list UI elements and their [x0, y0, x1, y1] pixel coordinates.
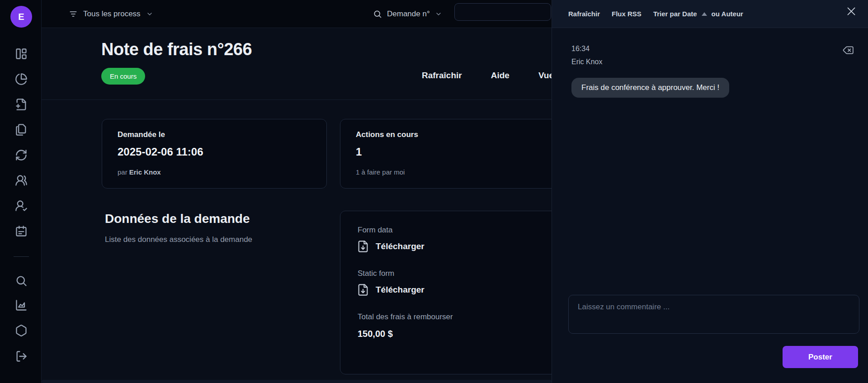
sync-icon	[15, 149, 28, 161]
help-button[interactable]: Aide	[491, 71, 509, 80]
avatar[interactable]: E	[10, 6, 32, 28]
form-group-label: Form data	[358, 226, 392, 235]
topbar: Tous les process Demande n°	[42, 0, 552, 28]
comment-bubble: Frais de conférence à approuver. Merci !	[571, 78, 729, 98]
view-button[interactable]: Vue	[538, 71, 552, 80]
sidebar: E	[0, 0, 42, 383]
file-plus-icon	[15, 98, 28, 111]
rss-feed-button[interactable]: Flux RSS	[612, 10, 642, 18]
close-panel-button[interactable]	[845, 5, 857, 17]
process-filter-label: Tous les process	[83, 9, 141, 19]
sidebar-item-integrations[interactable]	[15, 324, 28, 337]
download-link-label: Télécharger	[376, 285, 425, 295]
comments-panel: Rafraîchir Flux RSS Trier par Date ou Au…	[552, 0, 868, 383]
comment-author: Eric Knox	[571, 58, 602, 66]
user-check-icon	[15, 199, 28, 212]
files-icon	[15, 123, 28, 136]
sidebar-item-requests[interactable]	[15, 123, 28, 136]
actions-card: Actions en cours 1 1 à faire par moi	[340, 119, 552, 189]
search-input[interactable]	[454, 3, 551, 21]
status-badge: En cours	[101, 68, 145, 85]
backspace-delete-icon	[842, 44, 854, 56]
form-group-label: Static form	[358, 269, 394, 278]
sidebar-item-search[interactable]	[15, 274, 28, 287]
total-value: 150,00 $	[358, 329, 393, 339]
sidebar-item-reports[interactable]	[15, 73, 28, 85]
comment-time: 16:34	[571, 45, 590, 53]
sort-by-date-button[interactable]: Trier par Date	[653, 10, 697, 18]
delete-comment-button[interactable]	[842, 44, 854, 56]
refresh-button[interactable]: Rafraîchir	[422, 71, 462, 80]
sort-ascending-icon[interactable]	[702, 12, 707, 16]
card-label: Actions en cours	[356, 130, 418, 139]
sidebar-item-users[interactable]	[15, 174, 28, 187]
by-prefix: par	[118, 168, 127, 176]
logout-icon	[15, 350, 28, 363]
section-divider	[42, 99, 552, 100]
file-download-icon	[357, 284, 369, 296]
chevron-down-icon	[146, 10, 153, 18]
horizontal-scrollbar[interactable]	[42, 380, 552, 383]
main-actions: Rafraîchir Aide Vue	[422, 71, 552, 80]
sort-by-author-button[interactable]: ou Auteur	[712, 10, 743, 18]
panel-refresh-button[interactable]: Rafraîchir	[568, 10, 600, 18]
requester-name: Eric Knox	[129, 168, 161, 176]
download-link[interactable]: Télécharger	[357, 240, 425, 253]
hexagon-icon	[15, 324, 28, 337]
comment-input[interactable]	[568, 295, 859, 334]
sidebar-item-processes[interactable]	[15, 149, 28, 161]
pie-chart-icon	[15, 73, 28, 85]
close-icon	[845, 5, 857, 17]
sidebar-item-calendar[interactable]	[15, 225, 28, 237]
post-button[interactable]: Poster	[783, 346, 858, 368]
card-subtext: 1 à faire par moi	[356, 168, 405, 176]
section-heading: Données de la demande	[105, 212, 250, 226]
sidebar-item-new-request[interactable]	[15, 98, 28, 111]
sort-controls: Trier par Date ou Auteur	[653, 10, 743, 18]
search-icon	[373, 9, 382, 19]
main-content: Note de frais n°266 En cours Rafraîchir …	[42, 28, 552, 383]
page-title: Note de frais n°266	[101, 40, 252, 59]
section-subheading: Liste des données associées à la demande	[105, 235, 252, 244]
request-date-card: Demandée le 2025-02-06 11:06 parEric Kno…	[102, 119, 327, 189]
search-type-selector[interactable]: Demande n°	[373, 0, 442, 28]
form-data-card: Form data Télécharger Static form Téléch…	[340, 211, 552, 374]
download-link[interactable]: Télécharger	[357, 284, 425, 296]
search-type-label: Demande n°	[387, 9, 430, 19]
comments-panel-header: Rafraîchir Flux RSS Trier par Date ou Au…	[552, 0, 868, 28]
file-download-icon	[357, 240, 369, 253]
process-filter[interactable]: Tous les process	[69, 0, 153, 28]
card-value: 2025-02-06 11:06	[118, 146, 203, 158]
sidebar-item-logout[interactable]	[15, 350, 28, 363]
total-label: Total des frais à rembourser	[358, 312, 453, 322]
sidebar-item-dashboard[interactable]	[15, 47, 28, 60]
card-value: 1	[356, 146, 362, 158]
card-label: Demandée le	[118, 130, 165, 139]
chevron-down-icon	[435, 10, 442, 18]
search-icon	[15, 274, 28, 287]
app-window: E	[0, 0, 868, 383]
calendar-icon	[15, 225, 28, 237]
users-icon	[15, 174, 28, 187]
sidebar-item-statistics[interactable]	[15, 299, 28, 312]
sidebar-divider	[14, 256, 29, 257]
card-subtext: parEric Knox	[118, 168, 161, 176]
layout-dashboard-icon	[15, 47, 28, 60]
download-link-label: Télécharger	[376, 241, 425, 251]
area-chart-icon	[15, 299, 28, 312]
filter-icon	[69, 9, 78, 19]
sidebar-item-delegations[interactable]	[15, 199, 28, 212]
